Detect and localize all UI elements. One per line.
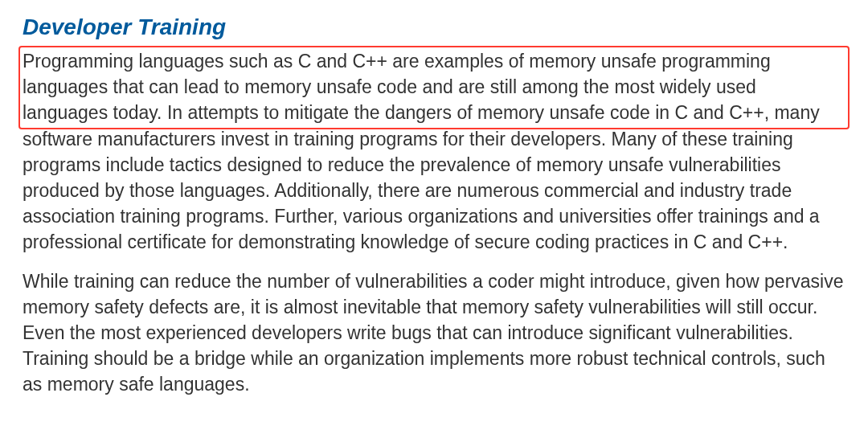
section-content: Programming languages such as C and C++ … [23,48,845,397]
section-heading: Developer Training [23,14,845,40]
body-paragraph-2: While training can reduce the number of … [23,268,845,398]
body-paragraph-1: Programming languages such as C and C++ … [23,48,845,256]
paragraph-container: Programming languages such as C and C++ … [23,48,845,256]
